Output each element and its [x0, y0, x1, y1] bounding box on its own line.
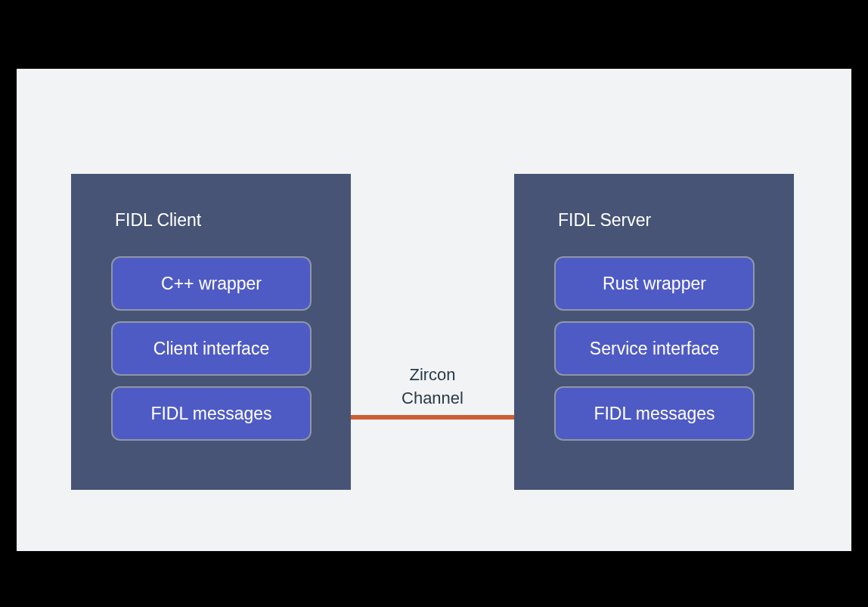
fidl-server-title: FIDL Server — [514, 174, 794, 231]
channel-label-line1: Zircon — [357, 364, 508, 387]
client-stack: C++ wrapper Client interface FIDL messag… — [111, 256, 312, 451]
server-interface-block: Service interface — [554, 321, 755, 376]
client-interface-block: Client interface — [111, 321, 312, 376]
channel-label-line2: Channel — [357, 387, 508, 410]
server-messages-block: FIDL messages — [554, 386, 755, 441]
server-wrapper-block: Rust wrapper — [554, 256, 755, 311]
client-wrapper-block: C++ wrapper — [111, 256, 312, 311]
diagram-canvas: Zircon Channel FIDL Client C++ wrapper C… — [17, 69, 851, 551]
fidl-server-panel: FIDL Server Rust wrapper Service interfa… — [514, 174, 794, 490]
fidl-client-panel: FIDL Client C++ wrapper Client interface… — [71, 174, 351, 490]
fidl-client-title: FIDL Client — [71, 174, 351, 231]
server-stack: Rust wrapper Service interface FIDL mess… — [554, 256, 755, 451]
client-messages-block: FIDL messages — [111, 386, 312, 441]
zircon-channel-label: Zircon Channel — [357, 364, 508, 410]
